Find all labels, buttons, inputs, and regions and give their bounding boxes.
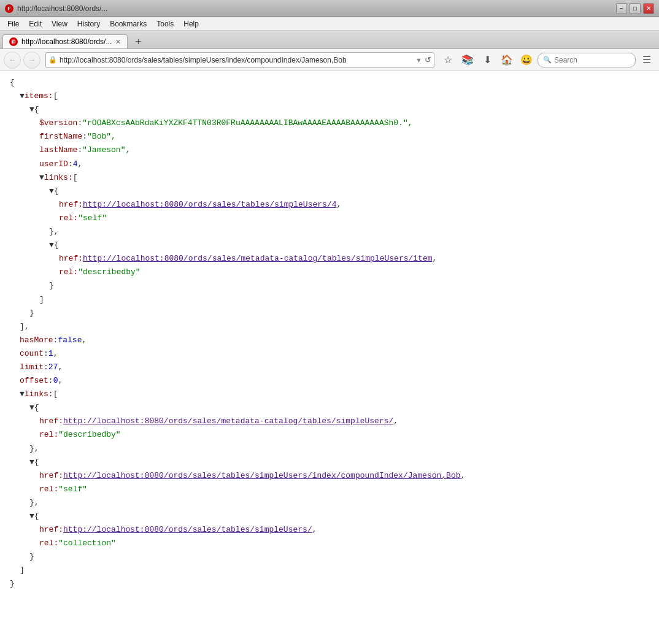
maximize-button[interactable]: □ xyxy=(630,3,641,14)
url-security-icon: 🔒 xyxy=(48,56,57,64)
root-links-self-rel: "self" xyxy=(58,483,87,496)
limit-key: limit xyxy=(20,361,44,374)
limit-value: 27 xyxy=(48,361,58,374)
account-button[interactable]: 😀 xyxy=(518,52,535,69)
link1-toggle[interactable]: ▼ xyxy=(49,239,54,252)
links-self-href-link[interactable]: http://localhost:8080/ords/sales/tables/… xyxy=(83,198,336,212)
menu-view[interactable]: View xyxy=(47,18,72,29)
json-root-links-0-href: href: http://localhost:8080/ords/sales/m… xyxy=(39,415,649,428)
menu-edit[interactable]: Edit xyxy=(24,18,47,29)
links-describedby-rel: "describedby" xyxy=(78,266,140,279)
firstName-value: "Bob", xyxy=(87,130,116,144)
json-root-links-1-close: }, xyxy=(29,496,649,510)
title-bar-left: F http://localhost:8080/ords/... xyxy=(5,4,107,13)
hasMore-value: false xyxy=(58,334,82,347)
close-button[interactable]: ✕ xyxy=(643,3,654,14)
json-items-array-close: ], xyxy=(20,320,649,334)
browser-logo: F xyxy=(5,4,13,13)
json-count: count : 1 , xyxy=(20,347,649,361)
item0-toggle[interactable]: ▼ xyxy=(29,103,34,117)
json-hasMore: hasMore : false , xyxy=(20,334,649,347)
link0-toggle[interactable]: ▼ xyxy=(49,185,54,198)
search-input[interactable] xyxy=(554,56,628,64)
json-root-close: } xyxy=(10,577,649,591)
json-links-key: ▼ links: [ xyxy=(39,171,649,185)
bookmark-star-button[interactable]: ☆ xyxy=(439,52,457,69)
links-describedby-href-link[interactable]: http://localhost:8080/ords/sales/metadat… xyxy=(83,252,433,266)
menu-bookmarks[interactable]: Bookmarks xyxy=(105,18,152,29)
refresh-button[interactable]: ↺ xyxy=(425,55,431,64)
nav-bar: ← → 🔒 ▼ ↺ ☆ 📚 ⬇ 🏠 😀 🔍 ☰ xyxy=(0,49,659,71)
json-links-1-open: ▼ { xyxy=(49,239,649,252)
links-toggle[interactable]: ▼ xyxy=(39,171,44,185)
new-tab-button[interactable]: + xyxy=(130,35,146,48)
root-links-collection-rel: "collection" xyxy=(58,537,116,550)
json-links-0-rel: rel: "self" xyxy=(59,212,649,225)
json-links-1-href: href: http://localhost:8080/ords/sales/m… xyxy=(59,252,649,266)
tab-label: http://localhost:8080/ords/... xyxy=(21,37,112,46)
forward-button[interactable]: → xyxy=(23,52,40,69)
tab-bar: F http://localhost:8080/ords/... ✕ + xyxy=(0,31,659,49)
json-userID: userID : 4 , xyxy=(39,158,649,171)
version-key: $version xyxy=(39,117,77,130)
json-root-links-2-href: href: http://localhost:8080/ords/sales/t… xyxy=(39,523,649,537)
root-links-toggle[interactable]: ▼ xyxy=(20,388,25,401)
offset-key: offset xyxy=(20,374,48,388)
json-root-links-1-href: href: http://localhost:8080/ords/sales/t… xyxy=(39,469,649,483)
content-area: { ▼ items: [ ▼ { $version : "rOOABXcsAAb… xyxy=(0,71,659,644)
json-root-links-0-close: }, xyxy=(29,442,649,456)
menu-file[interactable]: File xyxy=(2,18,24,29)
home-button[interactable]: 🏠 xyxy=(498,52,515,69)
menu-history[interactable]: History xyxy=(72,18,105,29)
json-links-0-close: }, xyxy=(49,225,649,239)
json-firstName: firstName : "Bob", xyxy=(39,130,649,144)
json-links-array-close: ] xyxy=(39,293,649,307)
json-root-links-2-open: ▼ { xyxy=(29,510,649,523)
menu-bar: File Edit View History Bookmarks Tools H… xyxy=(0,17,659,31)
json-version: $version : "rOOABXcsAAbRdaKiYXZKF4TTN03R… xyxy=(39,117,649,130)
count-value: 1 xyxy=(48,347,53,361)
menu-tools[interactable]: Tools xyxy=(152,18,179,29)
userID-key: userID xyxy=(39,158,68,171)
url-input[interactable] xyxy=(60,56,413,64)
window-controls[interactable]: − □ ✕ xyxy=(616,3,654,14)
root-link2-toggle[interactable]: ▼ xyxy=(29,510,34,523)
root-links-describedby-rel: "describedby" xyxy=(58,428,120,442)
root-links-self-href-link[interactable]: http://localhost:8080/ords/sales/tables/… xyxy=(63,469,461,483)
search-bar-container: 🔍 xyxy=(538,53,636,67)
active-tab[interactable]: F http://localhost:8080/ords/... ✕ xyxy=(2,34,128,48)
search-icon: 🔍 xyxy=(543,56,552,64)
tab-favicon: F xyxy=(9,37,18,46)
root-link0-toggle[interactable]: ▼ xyxy=(29,401,34,415)
json-links-0-href: href: http://localhost:8080/ords/sales/t… xyxy=(59,198,649,212)
url-bar-container: 🔒 ▼ ↺ xyxy=(45,52,434,68)
version-value: "rOOABXcsAAbRdaKiYXZKF4TTN03R0FRuAAAAAAA… xyxy=(82,117,412,130)
back-button[interactable]: ← xyxy=(4,52,21,69)
json-links-1-close: } xyxy=(49,279,649,293)
json-limit: limit : 27 , xyxy=(20,361,649,374)
url-dropdown-icon[interactable]: ▼ xyxy=(415,56,422,64)
root-links-describedby-href-link[interactable]: http://localhost:8080/ords/sales/metadat… xyxy=(63,415,393,428)
userID-value: 4 xyxy=(73,158,78,171)
json-root-links-1-rel: rel: "self" xyxy=(39,483,649,496)
json-links-0-open: ▼ { xyxy=(49,185,649,198)
menu-button[interactable]: ☰ xyxy=(638,52,655,69)
root-links-collection-href-link[interactable]: http://localhost:8080/ords/sales/tables/… xyxy=(63,523,312,537)
lastName-key: lastName xyxy=(39,144,77,157)
minimize-button[interactable]: − xyxy=(616,3,627,14)
menu-help[interactable]: Help xyxy=(179,18,204,29)
hasMore-key: hasMore xyxy=(20,334,53,347)
root-link1-toggle[interactable]: ▼ xyxy=(29,456,34,469)
json-items-0-close: } xyxy=(29,307,649,320)
download-button[interactable]: ⬇ xyxy=(479,52,496,69)
title-bar: F http://localhost:8080/ords/... − □ ✕ xyxy=(0,0,659,17)
json-root-links-array-close: ] xyxy=(20,564,649,577)
bookmark-list-button[interactable]: 📚 xyxy=(459,52,476,69)
tab-close-button[interactable]: ✕ xyxy=(115,38,121,46)
json-root-links-key: ▼ links: [ xyxy=(20,388,649,401)
json-items-0-open: ▼ { xyxy=(29,103,649,117)
json-offset: offset : 0 , xyxy=(20,374,649,388)
items-toggle[interactable]: ▼ xyxy=(20,90,25,103)
links-self-rel: "self" xyxy=(78,212,107,225)
json-lastName: lastName : "Jameson", xyxy=(39,144,649,157)
